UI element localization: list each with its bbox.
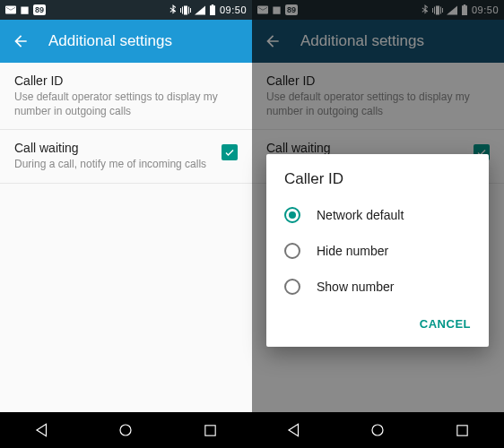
svg-rect-3 bbox=[456, 425, 466, 435]
list-item-call-waiting[interactable]: Call waiting During a call, notify me of… bbox=[0, 130, 252, 182]
list-item-caller-id[interactable]: Caller ID Use default operator settings … bbox=[252, 63, 504, 129]
vibrate-icon bbox=[432, 5, 443, 15]
checkbox-icon[interactable] bbox=[222, 144, 238, 160]
svg-point-2 bbox=[372, 425, 383, 435]
battery-icon bbox=[209, 4, 216, 15]
image-icon bbox=[20, 5, 30, 15]
radio-option-hide-number[interactable]: Hide number bbox=[266, 233, 489, 269]
page-title: Additional settings bbox=[48, 32, 172, 50]
home-nav-icon[interactable] bbox=[368, 420, 387, 440]
clock: 09:50 bbox=[220, 4, 247, 15]
page-title: Additional settings bbox=[300, 32, 424, 50]
cancel-button[interactable]: CANCEL bbox=[413, 312, 478, 336]
signal-icon bbox=[447, 5, 457, 15]
svg-rect-1 bbox=[204, 425, 214, 435]
mail-icon bbox=[5, 5, 16, 14]
screen-settings-right: 89 09:50 Additi bbox=[252, 0, 504, 448]
home-nav-icon[interactable] bbox=[116, 420, 135, 440]
radio-icon bbox=[284, 243, 300, 259]
status-bar: 89 09:50 bbox=[252, 0, 504, 20]
list-item-subtitle: During a call, notify me of incoming cal… bbox=[14, 157, 211, 171]
recents-nav-icon[interactable] bbox=[452, 420, 472, 440]
screen-settings-left: 89 09:50 Additi bbox=[0, 0, 252, 448]
vibrate-icon bbox=[180, 5, 191, 15]
list-item-title: Call waiting bbox=[266, 141, 463, 155]
dialog-title: Caller ID bbox=[266, 170, 489, 197]
bluetooth-icon bbox=[421, 4, 429, 15]
list-item-title: Caller ID bbox=[266, 73, 490, 88]
divider bbox=[0, 183, 252, 184]
settings-list: Caller ID Use default operator settings … bbox=[0, 63, 252, 412]
status-bar: 89 09:50 bbox=[0, 0, 252, 20]
clock: 09:50 bbox=[472, 4, 499, 15]
mail-icon bbox=[257, 5, 268, 14]
back-nav-icon[interactable] bbox=[284, 420, 304, 440]
recents-nav-icon[interactable] bbox=[200, 420, 220, 440]
back-nav-icon[interactable] bbox=[32, 420, 52, 440]
caller-id-dialog: Caller ID Network default Hide number Sh… bbox=[266, 154, 489, 347]
app-bar: Additional settings bbox=[252, 20, 504, 63]
list-item-caller-id[interactable]: Caller ID Use default operator settings … bbox=[0, 63, 252, 129]
svg-point-0 bbox=[120, 425, 131, 435]
bluetooth-icon bbox=[169, 4, 177, 15]
nav-bar bbox=[252, 412, 504, 448]
radio-label: Network default bbox=[317, 208, 404, 222]
image-icon bbox=[272, 5, 282, 15]
nav-bar bbox=[0, 412, 252, 448]
list-item-title: Caller ID bbox=[14, 73, 238, 88]
list-item-subtitle: Use default operator settings to display… bbox=[266, 90, 490, 118]
radio-label: Show number bbox=[317, 280, 394, 294]
radio-icon bbox=[284, 207, 300, 223]
back-icon[interactable] bbox=[263, 31, 282, 51]
battery-badge: 89 bbox=[33, 4, 46, 15]
app-bar: Additional settings bbox=[0, 20, 252, 63]
radio-option-network-default[interactable]: Network default bbox=[266, 197, 489, 233]
radio-option-show-number[interactable]: Show number bbox=[266, 269, 489, 305]
list-item-subtitle: Use default operator settings to display… bbox=[14, 90, 238, 118]
signal-icon bbox=[195, 5, 205, 15]
radio-label: Hide number bbox=[317, 244, 388, 258]
battery-icon bbox=[461, 4, 468, 15]
list-item-title: Call waiting bbox=[14, 141, 211, 155]
back-icon[interactable] bbox=[11, 31, 30, 51]
battery-badge: 89 bbox=[285, 4, 298, 15]
radio-icon bbox=[284, 279, 300, 295]
